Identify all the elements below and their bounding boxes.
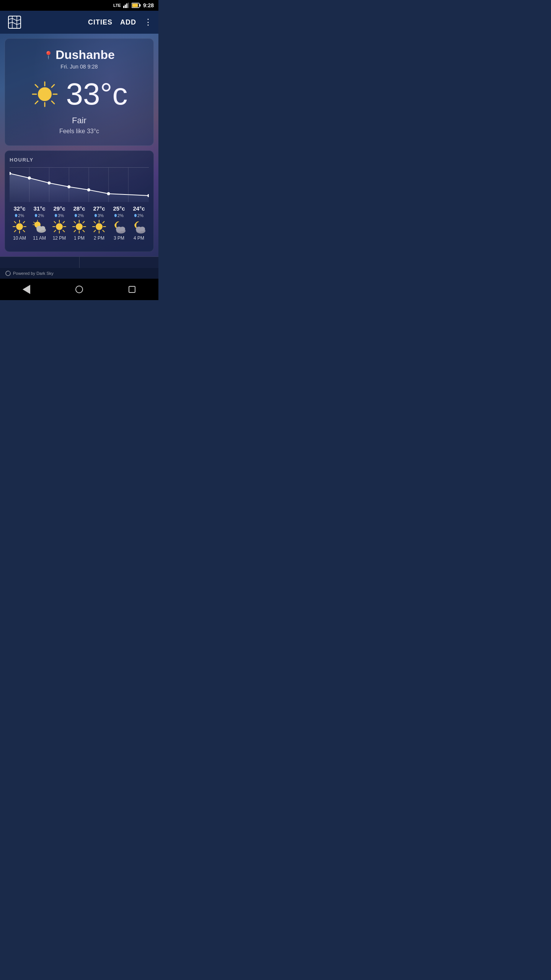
hourly-temp: 29°c: [53, 205, 65, 212]
hourly-time: 3 PM: [114, 235, 124, 241]
svg-text:⚡: ⚡: [133, 4, 137, 8]
weather-condition-text: Fair: [13, 116, 146, 126]
svg-line-64: [83, 230, 85, 232]
hourly-weather-icon: [32, 219, 47, 234]
svg-rect-1: [125, 5, 126, 8]
map-icon-button[interactable]: [6, 14, 23, 31]
lte-indicator: LTE: [113, 3, 121, 8]
hourly-item: 27°c 3% 2 PM: [89, 202, 109, 244]
weather-background: 📍 Dushanbe Fri. Jun 08 9:28: [0, 34, 158, 256]
hourly-precip: 2%: [134, 213, 143, 218]
city-name: Dushanbe: [55, 48, 115, 62]
svg-rect-5: [139, 4, 140, 7]
svg-line-40: [23, 222, 25, 223]
svg-line-75: [94, 230, 96, 232]
svg-point-42: [16, 223, 23, 230]
svg-line-41: [15, 230, 16, 232]
battery-icon: ⚡: [132, 3, 141, 8]
home-icon: [75, 286, 83, 293]
powered-by-text: Powered by Dark Sky: [13, 271, 54, 276]
page-indicator-strip: [0, 256, 158, 268]
hourly-precip: 3%: [55, 213, 64, 218]
hourly-temp: 32°c: [13, 205, 25, 212]
svg-point-19: [38, 87, 52, 101]
home-button[interactable]: [73, 284, 85, 295]
hourly-weather-icon: [72, 219, 86, 234]
svg-line-57: [54, 230, 56, 232]
hourly-section-label: HOURLY: [10, 157, 149, 163]
hourly-chart: [10, 168, 149, 202]
back-icon: [23, 285, 30, 294]
top-navigation: CITIES ADD ⋮: [0, 11, 158, 34]
svg-line-15: [35, 85, 38, 87]
hourly-item: 24°c 2% 4 PM: [129, 202, 149, 244]
svg-point-58: [56, 223, 63, 230]
hourly-item: 29°c 3% 12 PM: [49, 202, 69, 244]
hourly-temp: 31°c: [33, 205, 45, 212]
more-menu-button[interactable]: ⋮: [144, 17, 152, 27]
signal-icon: [123, 3, 129, 8]
hourly-time: 4 PM: [134, 235, 144, 241]
powered-by-bar: Powered by Dark Sky: [0, 268, 158, 279]
svg-point-82: [140, 227, 145, 231]
current-datetime: Fri. Jun 08 9:28: [13, 64, 146, 70]
hourly-weather-icon: [132, 219, 146, 234]
recents-button[interactable]: [126, 284, 138, 295]
hourly-precip: 2%: [114, 213, 124, 218]
svg-rect-2: [126, 3, 127, 8]
svg-line-56: [63, 222, 65, 223]
feels-like-text: Feels like 33°c: [13, 128, 146, 135]
page-indicator-2: [80, 257, 159, 268]
add-button[interactable]: ADD: [120, 18, 136, 26]
recents-icon: [129, 286, 135, 293]
back-button[interactable]: [21, 284, 32, 295]
hourly-precip: 2%: [35, 213, 44, 218]
hourly-weather-icon: [112, 219, 126, 234]
location-pin-icon: 📍: [44, 51, 53, 60]
status-time: 9:28: [143, 2, 154, 8]
svg-line-17: [52, 85, 54, 87]
svg-line-65: [83, 222, 85, 223]
svg-point-79: [120, 227, 125, 231]
svg-point-76: [96, 223, 103, 230]
hourly-weather-icon: [52, 219, 67, 234]
hourly-temp: 27°c: [93, 205, 105, 212]
hourly-time: 2 PM: [94, 235, 104, 241]
hourly-weather-icon: [92, 219, 106, 234]
svg-line-54: [54, 222, 56, 223]
svg-point-49: [41, 226, 45, 230]
svg-line-39: [23, 230, 25, 232]
hourly-temp: 25°c: [113, 205, 125, 212]
hourly-precip: 2%: [15, 213, 24, 218]
svg-line-38: [15, 222, 16, 223]
cities-button[interactable]: CITIES: [88, 18, 112, 26]
svg-point-84: [8, 271, 10, 274]
hourly-item: 31°c 2% 11 AM: [29, 202, 49, 244]
hourly-item: 25°c 2% 3 PM: [109, 202, 129, 244]
svg-line-66: [74, 230, 76, 232]
hourly-precip: 3%: [95, 213, 104, 218]
hourly-temp: 24°c: [133, 205, 145, 212]
svg-line-63: [74, 222, 76, 223]
hourly-time: 12 PM: [53, 235, 66, 241]
svg-line-45: [34, 222, 35, 223]
hourly-time: 1 PM: [74, 235, 85, 241]
svg-line-73: [103, 230, 104, 232]
page-indicator-1: [0, 257, 80, 268]
svg-line-16: [52, 101, 54, 104]
hourly-temp: 28°c: [73, 205, 85, 212]
weather-condition-icon: [31, 80, 59, 108]
svg-line-74: [103, 222, 104, 223]
hourly-forecast-card: HOURLY: [5, 150, 154, 252]
svg-rect-3: [128, 3, 129, 8]
android-navigation-bar[interactable]: [0, 279, 158, 300]
svg-line-18: [35, 101, 38, 104]
svg-line-55: [63, 230, 65, 232]
svg-rect-0: [123, 6, 124, 8]
darksky-icon: [5, 271, 11, 276]
status-bar: LTE ⚡ 9:28: [0, 0, 158, 11]
temperature-display: 33°c: [66, 79, 128, 109]
hourly-items-list: 32°c 2% 10 AM31°c 2% 11 AM29°c: [10, 202, 149, 244]
hourly-time: 10 AM: [13, 235, 26, 241]
svg-rect-8: [8, 16, 21, 28]
